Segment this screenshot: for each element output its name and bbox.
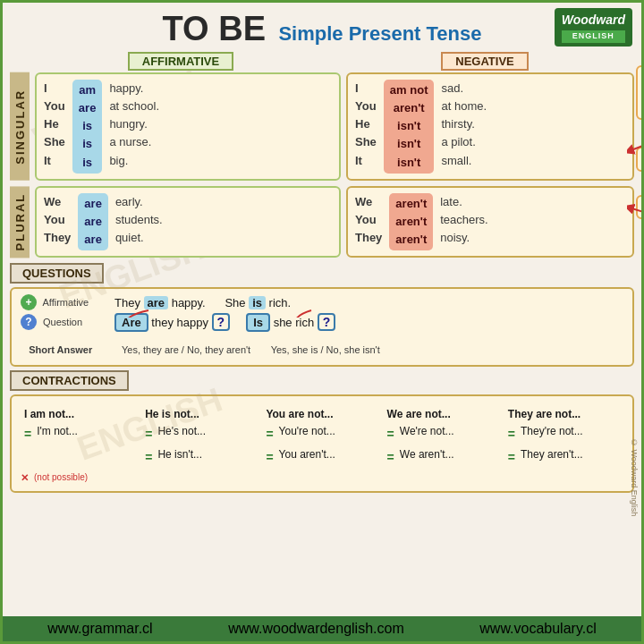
are-highlight-1: are <box>144 296 169 309</box>
singular-aff-verbs: amareisisis <box>72 80 103 174</box>
page-title: TO BE Simple Present Tense <box>163 28 482 43</box>
ctr-4-original: We are not... <box>387 406 499 423</box>
contractions-section: CONTRACTIONS I am not... = I'm not... He… <box>10 370 634 493</box>
ctr-4-row-2: = We aren't... <box>387 446 499 467</box>
q-aff-label: + Affirmative <box>21 294 114 310</box>
q-ex1-rest: they happy <box>151 316 211 329</box>
plural-row: PLURAL WeYouThey areareare early.student… <box>10 186 634 258</box>
eq-sign-2b: = <box>145 447 152 467</box>
affirmative-title: AFFIRMATIVE <box>128 52 233 71</box>
arent-arrow <box>627 199 644 221</box>
plural-aff-complements: early.students.quiet. <box>115 193 163 250</box>
isnt-arrow <box>627 133 644 160</box>
plural-affirmative-box: WeYouThey areareare early.students.quiet… <box>35 186 341 258</box>
footer-link-1: www.grammar.cl <box>47 621 152 637</box>
not-possible-spacer: ✕ (not possible) <box>21 472 126 486</box>
eq-sign-4: = <box>387 424 394 444</box>
eq-sign-3b: = <box>266 447 273 467</box>
title-to-be: TO BE <box>163 10 266 47</box>
ctr-3-original: You are not... <box>266 406 377 423</box>
copyright-side: © Woodward English <box>630 438 639 516</box>
ctr-col-2: He is not... = He's not... = He isn't... <box>141 405 260 470</box>
not-possible-row: ✕ (not possible) <box>21 472 623 486</box>
plural-neg-subjects: WeYouThey <box>355 193 382 250</box>
footer-link-2: www.woodwardenglish.com <box>228 621 404 637</box>
ctr-2-row: = He's not... <box>145 423 257 444</box>
footer-link-3: www.vocabulary.cl <box>479 621 596 637</box>
singular-aff-table: IYouHeSheIt amareisisis happy.at school.… <box>44 80 332 174</box>
plural-aff-subjects: WeYouThey <box>44 193 71 250</box>
singular-affirmative-box: IYouHeSheIt amareisisis happy.at school.… <box>35 72 341 181</box>
singular-neg-subjects: IYouHeSheIt <box>355 80 377 174</box>
ctr-5-contract-2: They aren't... <box>521 446 583 463</box>
col-headers: AFFIRMATIVE NEGATIVE <box>31 52 634 71</box>
not-possible-text: (not possible) <box>34 472 88 482</box>
svg-line-0 <box>629 142 644 151</box>
ctr-5-row: = They're not... <box>508 423 620 444</box>
ctr-3-row-2: = You aren't... <box>266 446 377 467</box>
am-not-bubble: Contraction of "am not" is not possible … <box>636 65 644 120</box>
ctr-1-original: I am not... <box>24 406 136 423</box>
eq-sign-2: = <box>145 424 152 444</box>
main-content: AFFIRMATIVE NEGATIVE SINGULAR IYouHeSheI… <box>3 52 641 493</box>
ctr-5-original: They are not... <box>508 406 620 423</box>
questions-box: + Affirmative They are happy. She is ric… <box>10 287 634 367</box>
plus-badge: + <box>21 294 37 310</box>
ctr-1-row: = I'm not... <box>24 423 136 444</box>
affirmative-label-text: Affirmative <box>42 297 89 308</box>
header: TO BE Simple Present Tense Woodward ENGL… <box>3 3 641 52</box>
singular-row: SINGULAR IYouHeSheIt amareisisis happy.a… <box>10 72 634 181</box>
footer: www.grammar.cl www.woodwardenglish.com w… <box>3 616 641 641</box>
ctr-2-row-2: = He isn't... <box>145 446 257 467</box>
ctr-2-contract-2: He isn't... <box>157 446 202 463</box>
q-arrows-svg <box>114 309 401 318</box>
singular-aff-complements: happy.at school.hungry.a nurse.big. <box>109 80 159 174</box>
ctr-col-4: We are not... = We're not... = We aren't… <box>384 405 503 470</box>
ctr-3-contract: You're not... <box>279 423 335 440</box>
eq-sign-1: = <box>24 424 31 444</box>
short-answer-2: Yes, she is / No, she isn't <box>271 344 380 355</box>
ctr-2-contract: He's not... <box>157 423 206 440</box>
q-aff-content: They are happy. She is rich. <box>114 296 623 309</box>
not-possible-examples <box>126 473 623 486</box>
short-answer-label: Short Answer <box>21 344 114 355</box>
singular-label: SINGULAR <box>10 72 30 181</box>
plural-label: PLURAL <box>10 186 30 258</box>
ctr-5-row-2: = They aren't... <box>508 446 620 467</box>
eq-sign-5b: = <box>508 447 515 467</box>
not-possible-label-row: ✕ (not possible) <box>21 472 126 484</box>
questions-header: QUESTIONS <box>10 263 104 284</box>
singular-aff-subjects: IYouHeSheIt <box>44 80 65 174</box>
eq-sign-5: = <box>508 424 515 444</box>
plural-neg-table: WeYouThey aren'taren'taren't late.teache… <box>355 193 625 250</box>
ctr-4-contract: We're not... <box>400 423 454 440</box>
ctr-2-original: He is not... <box>145 406 257 423</box>
q-ex2-rest: she rich <box>274 316 318 329</box>
ctr-1-contract: I'm not... <box>37 423 78 440</box>
singular-negative-box: IYouHeSheIt am notaren'tisn'tisn'tisn't … <box>346 72 634 181</box>
ctr-5-contract: They're not... <box>521 423 583 440</box>
negative-title: NEGATIVE <box>441 52 529 71</box>
q-aff-ex1-text: They are happy. <box>114 296 206 309</box>
is-highlight-1: is <box>249 296 266 309</box>
negative-header: NEGATIVE <box>335 52 634 71</box>
woodward-logo: Woodward ENGLISH <box>555 8 632 47</box>
question-badge: ? <box>21 314 37 330</box>
q-arrows-area <box>114 334 623 343</box>
q-short-answer-row: Short Answer Yes, they are / No, they ar… <box>21 343 623 356</box>
contractions-header: CONTRACTIONS <box>10 370 129 391</box>
plural-aff-table: WeYouThey areareare early.students.quiet… <box>44 193 332 250</box>
ctr-4-row: = We're not... <box>387 423 499 444</box>
title-subtitle: Simple Present Tense <box>278 22 481 45</box>
singular-neg-verbs: am notaren'tisn'tisn'tisn't <box>384 80 435 174</box>
svg-line-1 <box>629 208 644 215</box>
plural-neg-complements: late.teachers.noisy. <box>440 193 487 250</box>
question-label-text: Question <box>43 317 82 327</box>
ctr-col-5: They are not... = They're not... = They … <box>504 405 623 470</box>
singular-negative-area: IYouHeSheIt am notaren'tisn'tisn'tisn't … <box>346 72 634 181</box>
affirmative-header: AFFIRMATIVE <box>31 52 330 71</box>
ctr-4-contract-2: We aren't... <box>400 446 454 463</box>
cross-sign: ✕ <box>21 472 29 484</box>
eq-sign-3: = <box>266 424 273 444</box>
contractions-box: I am not... = I'm not... He is not... = … <box>10 394 634 493</box>
